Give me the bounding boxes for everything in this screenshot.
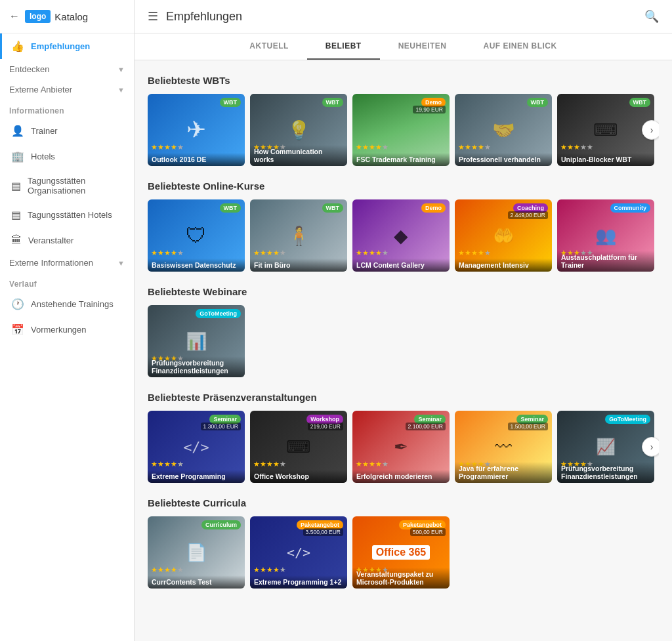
- card-currtest[interactable]: 📄 Curriculum ★★★★★ CurrContents Test: [148, 516, 245, 589]
- section-title-curricula: Beliebteste Curricula: [148, 497, 659, 508]
- card-label-outlook: Outlook 2016 DE: [148, 153, 245, 166]
- chevron-down-icon: ▼: [117, 86, 125, 94]
- shield-check-icon: 🛡: [186, 224, 207, 248]
- card-erfolgreich[interactable]: ✒ Seminar 2.100,00 EUR ★★★★★ Erfolgreich…: [352, 411, 450, 483]
- badge-gotomeeting: GoToMeeting: [196, 309, 241, 318]
- card-label-extreme: Extreme Programming: [148, 470, 245, 483]
- card-management[interactable]: 🤲 Coaching 2.449,00 EUR ★★★★★ Management…: [455, 199, 552, 272]
- price-erfolgreich: 2.100,00 EUR: [406, 423, 446, 430]
- sidebar-item-veranstalter[interactable]: 🏛 Veranstalter: [0, 228, 134, 253]
- sidebar-item-hotels[interactable]: 🏢 Hotels: [0, 144, 134, 169]
- logo: logo: [25, 10, 51, 23]
- card-label-basiswissen: Basiswissen Datenschutz: [148, 258, 245, 272]
- code-icon: </>: [183, 439, 209, 455]
- card-label-profverh: Professionell verhandeln: [455, 153, 552, 166]
- people-icon: 👥: [595, 226, 616, 246]
- card-uniplan[interactable]: ⌨ WBT ★★★★★ Uniplan-Blocker WBT: [557, 94, 654, 166]
- chart-icon: 📊: [186, 331, 207, 352]
- sidebar-item-label: Empfehlungen: [31, 41, 90, 51]
- sidebar-item-label: Entdecken: [9, 64, 49, 74]
- document-icon: 📄: [186, 543, 207, 563]
- sidebar-item-externe-anbieter[interactable]: Externe Anbieter ▼: [0, 79, 134, 100]
- plane-icon: ✈: [186, 116, 206, 144]
- badge-curriculum: Curriculum: [201, 520, 241, 529]
- card-java[interactable]: 〰 Seminar 1.500,00 EUR ★★★★★ Java für er…: [455, 411, 552, 483]
- stars-extreme: ★★★★★: [151, 460, 184, 468]
- card-basiswissen[interactable]: 🛡 WBT ★★★★★ Basiswissen Datenschutz: [148, 199, 245, 272]
- stars-lcm: ★★★★★: [356, 249, 388, 257]
- sidebar-item-trainer[interactable]: 👤 Trainer: [0, 118, 134, 144]
- tab-neuheiten[interactable]: NEUHEITEN: [380, 33, 465, 60]
- sidebar-item-empfehlungen[interactable]: 👍 Empfehlungen: [0, 33, 134, 59]
- wave-icon: 〰: [495, 437, 512, 457]
- keyboard-icon: ⌨: [593, 120, 618, 140]
- sidebar-item-tagungsstaetten-hotels[interactable]: ▤ Tagungsstätten Hotels: [0, 202, 134, 228]
- sidebar-item-externe-informationen[interactable]: Externe Informationen ▼: [0, 253, 134, 273]
- card-officews[interactable]: ⌨ Workshop 219,00 EUR ★★★★★ Office Works…: [250, 411, 347, 483]
- card-label-pruefung2: Prüfungsvorbereitung Finanzdienstleistun…: [557, 462, 654, 483]
- clock-icon: 🕐: [11, 298, 24, 310]
- badge-wbt: WBT: [322, 98, 344, 107]
- columns-icon: ▤: [11, 180, 21, 192]
- card-label-fsc: FSC Trademark Training: [352, 153, 450, 166]
- stars-fsc: ★★★★★: [356, 143, 388, 152]
- card-label-officews: Office Workshop: [250, 470, 347, 483]
- sidebar-item-label: Trainer: [31, 126, 58, 136]
- card-pruefung2[interactable]: 📈 GoToMeeting ★★★★★ Prüfungsvorbereitung…: [557, 411, 654, 483]
- card-label-office365: Veranstaltungspaket zu Microsoft-Produkt…: [352, 568, 450, 589]
- wbts-next-arrow[interactable]: ›: [642, 120, 659, 140]
- card-howcomm[interactable]: 💡 WBT ★★★★★ How Communication works: [250, 94, 347, 166]
- header-left: ☰ Empfehlungen: [148, 9, 242, 24]
- praesenz-row: </> Seminar 1.300,00 EUR ★★★★★ Extreme P…: [148, 411, 659, 483]
- sidebar-item-label: Externe Informationen: [9, 258, 93, 268]
- calendar-icon: 📅: [11, 323, 24, 336]
- card-outlook[interactable]: ✈ WBT ★★★★★ Outlook 2016 DE: [148, 94, 245, 166]
- sidebar-item-anstehende-trainings[interactable]: 🕐 Anstehende Trainings: [0, 291, 134, 317]
- catalog-title: Katalog: [54, 11, 88, 22]
- badge-wbt: WBT: [629, 98, 651, 107]
- stars-profverh: ★★★★★: [458, 143, 491, 152]
- card-label-austausch: Austauschplattform für Trainer: [557, 251, 654, 272]
- section-title-webinare: Beliebteste Webinare: [148, 286, 659, 297]
- stars-outlook: ★★★★★: [151, 143, 184, 152]
- card-webinar1[interactable]: 📊 GoToMeeting ★★★★★ Prüfungsvorbereitung…: [148, 305, 245, 377]
- price-office365: 500,00 EUR: [410, 528, 446, 536]
- stars-management: ★★★★★: [458, 249, 491, 257]
- section-title-praesenz: Beliebteste Präsenzveranstaltungen: [148, 392, 659, 403]
- diamond-icon: ◆: [394, 225, 408, 247]
- hamburger-icon[interactable]: ☰: [148, 9, 158, 24]
- card-austausch[interactable]: 👥 Community ★★★★★ Austauschplattform für…: [557, 199, 654, 272]
- badge-wbt: WBT: [527, 98, 549, 107]
- tab-beliebt[interactable]: BELIEBT: [307, 33, 380, 60]
- main-header: ☰ Empfehlungen 🔍: [135, 0, 672, 33]
- back-button[interactable]: ←: [8, 9, 21, 24]
- stars-currtest: ★★★★★: [151, 566, 184, 574]
- card-extreme2[interactable]: </> Paketangebot 3.500,00 EUR ★★★★★ Extr…: [250, 516, 347, 589]
- tab-aktuell[interactable]: AKTUELL: [231, 33, 307, 60]
- person-run-icon: 🧍: [287, 225, 310, 247]
- curricula-row: 📄 Curriculum ★★★★★ CurrContents Test </>…: [148, 516, 659, 589]
- sidebar-item-vormerkungen[interactable]: 📅 Vormerkungen: [0, 317, 134, 342]
- card-fsc[interactable]: Demo 19,90 EUR ★★★★★ FSC Trademark Train…: [352, 94, 450, 166]
- section-title-online: Beliebteste Online-Kurse: [148, 180, 659, 192]
- content-area: Beliebteste WBTs ✈ WBT ★★★★★ Outlook 201…: [135, 60, 672, 641]
- praesenz-next-arrow[interactable]: ›: [642, 437, 659, 457]
- pen-icon: ✒: [394, 437, 408, 457]
- sidebar-item-label: Hotels: [31, 152, 55, 161]
- handshake-icon: 🤝: [492, 119, 515, 141]
- card-label-howcomm: How Communication works: [250, 145, 347, 166]
- tab-auf-einen-blick[interactable]: AUF EINEN BLICK: [465, 33, 576, 60]
- card-label-uniplan: Uniplan-Blocker WBT: [557, 153, 654, 166]
- card-lcm[interactable]: ◆ Demo ★★★★★ LCM Content Gallery: [352, 199, 450, 272]
- card-fitbuero[interactable]: 🧍 WBT ★★★★★ Fit im Büro: [250, 199, 347, 272]
- card-extreme[interactable]: </> Seminar 1.300,00 EUR ★★★★★ Extreme P…: [148, 411, 245, 483]
- thumbs-up-icon: 👍: [11, 40, 24, 52]
- card-profverh[interactable]: 🤝 WBT ★★★★★ Professionell verhandeln: [455, 94, 552, 166]
- chart2-icon: 📈: [596, 438, 616, 456]
- sidebar-item-tagungsstaetten-org[interactable]: ▤ Tagungsstätten Organisationen: [0, 169, 134, 202]
- chevron-down-icon: ▼: [117, 66, 125, 73]
- card-office365[interactable]: Office 365 Paketangebot 500,00 EUR ★★★★★…: [352, 516, 450, 589]
- sidebar-item-entdecken[interactable]: Entdecken ▼: [0, 59, 134, 79]
- search-button[interactable]: 🔍: [644, 9, 659, 24]
- card-label-extreme2: Extreme Programming 1+2: [250, 575, 347, 589]
